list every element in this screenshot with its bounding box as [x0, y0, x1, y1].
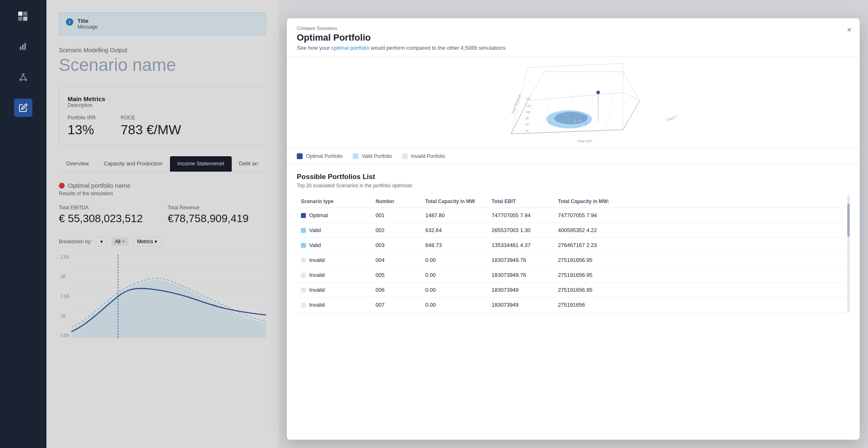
legend-optimal-label: Optimal Portfolio: [306, 153, 343, 159]
row-capacity2: 275191656.95: [554, 253, 850, 268]
row-capacity2: 747707055 7.94: [554, 208, 850, 223]
svg-text:60: 60: [526, 123, 529, 126]
table-row[interactable]: Invalid 006 0.00 183073949 275191656.95: [297, 283, 850, 298]
modal-title: Optimal Portfolio: [297, 32, 850, 43]
svg-line-35: [606, 89, 615, 129]
app-logo: [15, 8, 32, 25]
svg-line-27: [623, 101, 640, 130]
row-ebit: 183073949: [487, 298, 554, 312]
table-row[interactable]: Invalid 007 0.00 183073949 275191656: [297, 298, 850, 312]
legend-valid-label: Valid Portfolio: [362, 153, 392, 159]
svg-point-54: [585, 123, 587, 124]
row-capacity: 632.64: [421, 223, 487, 238]
network-icon[interactable]: [14, 68, 32, 86]
svg-point-48: [565, 124, 566, 125]
svg-point-46: [582, 117, 583, 119]
table-row[interactable]: Valid 002 632.64 265537003 1.30 40059535…: [297, 223, 850, 238]
svg-point-41: [556, 120, 558, 121]
row-type: Valid: [297, 238, 371, 253]
row-ebit: 265537003 1.30: [487, 223, 554, 238]
modal-body: Total Capacity in MW Total Revenue Total…: [287, 57, 860, 440]
type-color: [301, 228, 306, 233]
row-type: Invalid: [297, 268, 371, 283]
svg-point-49: [575, 121, 576, 122]
svg-text:40: 40: [526, 129, 529, 132]
svg-point-53: [550, 121, 551, 123]
optimal-portfolio-link[interactable]: optimal portfolio: [331, 45, 369, 51]
type-color: [301, 303, 306, 308]
row-number: 005: [371, 268, 421, 283]
type-color: [301, 213, 306, 218]
row-number: 006: [371, 283, 421, 298]
type-color: [301, 273, 306, 278]
row-capacity2: 275191656: [554, 298, 850, 312]
optimal-legend-color: [297, 153, 303, 159]
row-capacity2: 275191656.95: [554, 268, 850, 283]
table-row[interactable]: Valid 003 648.73 135334481 4.37 27646716…: [297, 238, 850, 253]
col-number: Number: [371, 195, 421, 208]
svg-line-22: [623, 72, 640, 101]
modal-header: Compare Scenarios Optimal Portfolio See …: [287, 18, 860, 57]
sidebar: [0, 0, 46, 448]
row-capacity2: 275191656.95: [554, 283, 850, 298]
row-ebit: 747707055 7.94: [487, 208, 554, 223]
main-content: i Title Message Scenario Modelling Outpu…: [46, 0, 868, 448]
svg-line-11: [23, 75, 26, 79]
svg-point-45: [577, 119, 578, 120]
3d-scatter-chart: Total Capacity in MW Total Revenue Total…: [470, 59, 677, 146]
bar-chart-icon[interactable]: [14, 37, 32, 56]
modal-close-button[interactable]: ×: [847, 26, 851, 34]
svg-point-51: [587, 118, 589, 119]
row-type: Invalid: [297, 283, 371, 298]
portfolios-section: Possible Portfolios List Top 20 evaluate…: [287, 165, 860, 440]
col-capacity-mw: Total Capacity in MW: [421, 195, 487, 208]
svg-rect-0: [18, 12, 22, 16]
scroll-indicator[interactable]: [847, 195, 850, 312]
row-capacity: 0.00: [421, 253, 487, 268]
row-number: 007: [371, 298, 421, 312]
portfolios-list-subtitle: Top 20 evaluated Scenarios in the portfo…: [297, 183, 850, 189]
row-number: 001: [371, 208, 421, 223]
row-capacity: 648.73: [421, 238, 487, 253]
svg-text:100: 100: [526, 111, 531, 114]
modal-subtitle: See how your optimal portfolio would per…: [297, 45, 850, 51]
portfolios-table: Scenario type Number Total Capacity in M…: [297, 195, 850, 312]
subtitle-prefix: See how your: [297, 45, 331, 51]
table-row[interactable]: Invalid 004 0.00 183073949.76 275191656.…: [297, 253, 850, 268]
legend-invalid-label: Invalid Portfolio: [411, 153, 445, 159]
svg-line-23: [528, 92, 623, 101]
svg-text:Total EBIT: Total EBIT: [577, 139, 593, 143]
svg-point-42: [562, 116, 564, 118]
svg-text:Total Revenue: Total Revenue: [511, 93, 521, 114]
svg-point-7: [22, 74, 24, 75]
legend-invalid: Invalid Portfolio: [402, 153, 445, 159]
svg-text:140: 140: [526, 97, 531, 100]
row-capacity: 0.00: [421, 283, 487, 298]
type-color: [301, 243, 306, 248]
row-type: Invalid: [297, 298, 371, 312]
legend-optimal: Optimal Portfolio: [297, 153, 343, 159]
svg-point-52: [554, 118, 555, 119]
table-row[interactable]: Invalid 005 0.00 183073949.76 275191656.…: [297, 268, 850, 283]
type-color: [301, 258, 306, 263]
col-ebit: Total EBIT: [487, 195, 554, 208]
col-capacity-mw2: Total Capacity in MW:: [554, 195, 850, 208]
row-number: 002: [371, 223, 421, 238]
svg-point-50: [579, 120, 580, 121]
row-ebit: 135334481 4.37: [487, 238, 554, 253]
legend-bar: Optimal Portfolio Valid Portfolio Invali…: [287, 148, 860, 165]
subtitle-suffix: would perform compared to the other 4,50…: [369, 45, 506, 51]
type-color: [301, 288, 306, 293]
row-capacity: 0.00: [421, 268, 487, 283]
row-number: 003: [371, 238, 421, 253]
svg-text:120: 120: [526, 104, 531, 107]
svg-point-44: [572, 116, 573, 117]
pencil-icon[interactable]: [14, 99, 32, 117]
svg-point-43: [566, 121, 568, 123]
legend-valid: Valid Portfolio: [353, 153, 392, 159]
row-capacity2: 276467167 2.23: [554, 238, 850, 253]
svg-rect-1: [23, 12, 27, 16]
svg-rect-3: [23, 17, 27, 21]
svg-point-47: [560, 123, 561, 124]
table-row[interactable]: Optimal 001 1487.80 747707055 7.94 74770…: [297, 208, 850, 223]
